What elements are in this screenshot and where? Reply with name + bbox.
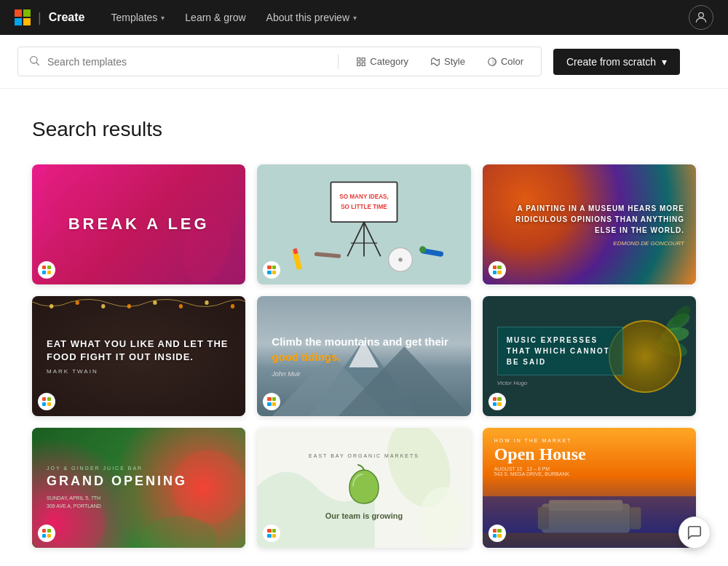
nav-learn[interactable]: Learn & grow	[176, 6, 254, 29]
nav-templates[interactable]: Templates ▾	[103, 6, 174, 29]
style-filter[interactable]: Style	[423, 53, 472, 70]
card-3-author: EDMOND DE GONCOURT	[613, 240, 684, 247]
card-1-text: BREAK A LEG	[68, 215, 210, 234]
svg-rect-4	[362, 57, 365, 60]
template-card-grand-opening[interactable]: JOY & GINGER JUICE BAR GRAND OPENING SUN…	[32, 428, 245, 548]
card-3-quote: A PAINTING IN A MUSEUM HEARS MORE RIDICU…	[494, 203, 684, 236]
toolbar: Category Style Color Create from scratch…	[0, 35, 728, 89]
category-label: Category	[370, 56, 408, 67]
card-9-label: HOW IN THE MARKET	[494, 438, 684, 443]
nav-about[interactable]: About this preview ▾	[258, 6, 365, 29]
card-5-author: John Muir	[272, 370, 456, 378]
header: | Create Templates ▾ Learn & grow About …	[0, 0, 728, 35]
category-filter[interactable]: Category	[349, 53, 416, 70]
app-icon-6	[488, 393, 506, 410]
svg-line-15	[347, 222, 364, 256]
nav-learn-label: Learn & grow	[185, 12, 245, 23]
template-card-music[interactable]: MUSIC EXPRESSES THAT WHICH CANNOT BE SAI…	[483, 296, 696, 416]
nav-about-label: About this preview	[266, 12, 349, 23]
template-card-ideas[interactable]: SO MANY IDEAS, SO LITTLE TIME	[257, 164, 470, 284]
search-icon	[28, 55, 40, 69]
style-label: Style	[444, 56, 465, 67]
chevron-down-icon-create: ▾	[662, 56, 667, 68]
app-icon-9	[488, 525, 506, 542]
microsoft-logo	[15, 9, 31, 25]
svg-point-23	[398, 258, 402, 261]
template-card-museum[interactable]: A PAINTING IN A MUSEUM HEARS MORE RIDICU…	[483, 164, 696, 284]
color-filter[interactable]: Color	[480, 53, 531, 70]
chevron-down-icon-2: ▾	[353, 14, 357, 22]
card-5-highlight: good tidings.	[272, 351, 340, 363]
svg-rect-5	[357, 63, 360, 65]
card-6-author: Victor Hugo	[497, 380, 623, 386]
svg-point-1	[31, 56, 37, 63]
card-7-details: SUNDAY, APRIL 5, 7TH309 AVE A, PORTLAND	[47, 494, 101, 510]
app-icon-4	[38, 393, 55, 410]
template-card-mountains[interactable]: Climb the mountains and get their good t…	[257, 296, 470, 416]
brand-separator: |	[38, 10, 41, 25]
app-icon-1	[38, 261, 55, 279]
svg-line-2	[36, 63, 39, 65]
app-icon-7	[38, 525, 55, 542]
nav-templates-label: Templates	[111, 12, 158, 23]
template-card-eat[interactable]: EAT WHAT YOU LIKE AND LET THE FOOD FIGHT…	[32, 296, 245, 416]
card-8-subtitle: EAST BAY ORGANIC MARKETS	[309, 453, 419, 458]
card-4-author: MARK TWAIN	[47, 368, 231, 375]
card-6-main: MUSIC EXPRESSES THAT WHICH CANNOT BE SAI…	[507, 335, 614, 367]
main-content: Search results BREAK A LEG	[0, 89, 728, 566]
card-4-main: EAT WHAT YOU LIKE AND LET THE FOOD FIGHT…	[47, 338, 231, 364]
template-card-break-a-leg[interactable]: BREAK A LEG	[32, 164, 245, 284]
color-label: Color	[501, 56, 523, 67]
section-title: Search results	[32, 118, 696, 141]
template-card-open-house[interactable]: HOW IN THE MARKET Open House AUGUST 15 1…	[483, 428, 696, 548]
svg-rect-21	[314, 252, 341, 259]
template-card-team-growing[interactable]: EAST BAY ORGANIC MARKETS Our team is gro…	[257, 428, 470, 548]
svg-line-17	[364, 222, 381, 256]
svg-rect-12	[331, 183, 397, 223]
chevron-down-icon: ▾	[161, 14, 165, 22]
svg-rect-3	[357, 57, 360, 60]
brand-create-label: Create	[49, 11, 85, 24]
user-avatar[interactable]	[689, 5, 713, 30]
brand: | Create	[15, 9, 85, 25]
main-nav: Templates ▾ Learn & grow About this prev…	[103, 6, 672, 29]
card-9-details: AUGUST 15 12 – 6 PM543 S. MEGA DRIVE, BU…	[494, 466, 684, 477]
card-5-main: Climb the mountains and get their good t…	[272, 334, 456, 364]
template-grid: BREAK A LEG SO MANY IDEAS, SO LITTLE TIM…	[32, 164, 696, 548]
filter-divider	[338, 55, 339, 69]
svg-point-0	[699, 12, 704, 17]
card-7-main: GRAND OPENING	[47, 474, 187, 490]
search-bar: Category Style Color	[17, 47, 542, 76]
create-btn-label: Create from scratch	[566, 56, 656, 68]
svg-text:SO LITTLE TIME: SO LITTLE TIME	[341, 204, 387, 210]
card-7-subtitle: JOY & GINGER JUICE BAR	[47, 466, 143, 471]
header-right	[689, 5, 713, 30]
svg-text:SO MANY IDEAS,: SO MANY IDEAS,	[339, 194, 389, 200]
svg-rect-6	[362, 63, 365, 65]
card-9-main: Open House	[494, 445, 684, 463]
create-from-scratch-button[interactable]: Create from scratch ▾	[553, 49, 680, 75]
app-icon-3	[488, 261, 506, 279]
chat-fab-button[interactable]	[678, 517, 711, 549]
card-8-main: Our team is growing	[325, 510, 403, 522]
search-input[interactable]	[47, 56, 328, 68]
